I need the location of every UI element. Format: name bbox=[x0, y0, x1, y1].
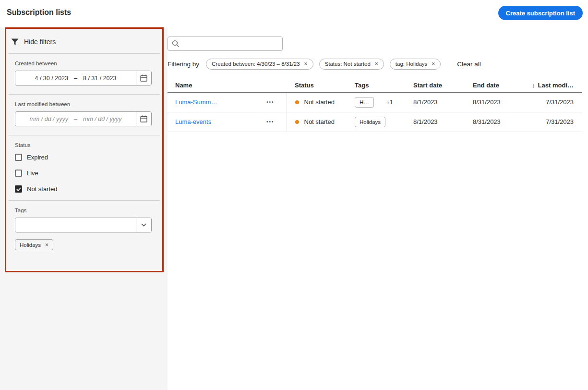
filter-pill-tag[interactable]: tag: Holidays × bbox=[390, 59, 441, 70]
tags-combobox bbox=[15, 218, 152, 232]
created-between-section: Created between 4 / 30 / 2023 – 8 / 31 /… bbox=[6, 54, 162, 94]
created-between-values[interactable]: 4 / 30 / 2023 – 8 / 31 / 2023 bbox=[15, 71, 136, 85]
calendar-icon bbox=[140, 115, 147, 122]
end-date-cell: 8/31/2023 bbox=[467, 92, 527, 112]
column-header-last-modified-label: Last modi… bbox=[538, 82, 574, 89]
last-modified-between-label: Last modified between bbox=[15, 101, 154, 107]
date-range-separator: – bbox=[74, 116, 77, 122]
table-header-row: Name Status Tags Start date End date ↓ L… bbox=[168, 79, 582, 92]
status-label: Not started bbox=[304, 98, 335, 106]
table-row: Luma-Summ… ••• Not started H… bbox=[168, 92, 582, 112]
status-filter-label: Status bbox=[15, 142, 154, 148]
row-name-link[interactable]: Luma-Summ… bbox=[175, 98, 217, 106]
status-option-live[interactable]: Live bbox=[15, 170, 154, 177]
column-header-name[interactable]: Name bbox=[168, 79, 287, 92]
row-tag-chip-label: Holidays bbox=[360, 119, 381, 125]
status-not-started-dot bbox=[295, 100, 299, 104]
create-subscription-list-button[interactable]: Create subscription list bbox=[498, 6, 583, 20]
more-actions-button[interactable]: ••• bbox=[266, 119, 275, 124]
search-box bbox=[168, 37, 283, 51]
date-range-separator: – bbox=[74, 75, 77, 82]
tags-filter-label: Tags bbox=[15, 207, 154, 213]
sort-descending-icon: ↓ bbox=[532, 82, 535, 89]
checkbox-label: Expired bbox=[27, 154, 48, 161]
filtering-by-label: Filtering by bbox=[168, 61, 199, 68]
start-date-cell: 8/1/2023 bbox=[408, 92, 467, 112]
search-icon bbox=[172, 40, 180, 48]
last-modified-between-section: Last modified between mm / dd / yyyy – m… bbox=[6, 95, 162, 135]
row-name-link[interactable]: Luma-events bbox=[175, 118, 211, 125]
row-tag-chip[interactable]: H… bbox=[355, 97, 374, 108]
filter-pill-label: tag: Holidays bbox=[396, 61, 427, 67]
checkbox-checked-icon[interactable] bbox=[15, 185, 22, 193]
close-icon[interactable]: × bbox=[432, 61, 435, 67]
created-between-label: Created between bbox=[15, 61, 154, 66]
checkbox-unchecked-icon[interactable] bbox=[15, 154, 22, 161]
checkbox-label: Live bbox=[27, 170, 38, 177]
main-content: Filtering by Created between: 4/30/23 – … bbox=[168, 27, 588, 390]
column-header-start-date[interactable]: Start date bbox=[408, 79, 467, 92]
checkbox-label: Not started bbox=[27, 185, 58, 193]
row-tag-chip[interactable]: Holidays bbox=[355, 117, 385, 127]
hide-filters-label: Hide filters bbox=[24, 38, 56, 46]
page-title: Subscription lists bbox=[7, 8, 71, 17]
last-modified-cell: 7/31/2023 bbox=[527, 112, 582, 132]
tags-input[interactable] bbox=[15, 218, 136, 232]
filters-highlight-box: Hide filters Created between 4 / 30 / 20… bbox=[5, 27, 164, 272]
close-icon[interactable]: × bbox=[45, 242, 48, 248]
more-actions-button[interactable]: ••• bbox=[266, 99, 275, 105]
page-header: Subscription lists Create subscription l… bbox=[0, 0, 588, 27]
tags-overflow-badge[interactable]: +1 bbox=[386, 99, 393, 106]
tags-filter-section: Tags Holidays × bbox=[6, 201, 162, 259]
last-modified-cell: 7/31/2023 bbox=[527, 92, 582, 112]
filter-pill-created-between[interactable]: Created between: 4/30/23 – 8/31/23 × bbox=[206, 59, 313, 70]
last-modified-end-placeholder[interactable]: mm / dd / yyyy bbox=[83, 116, 122, 122]
status-label: Not started bbox=[304, 118, 335, 125]
subscription-lists-page: Subscription lists Create subscription l… bbox=[0, 0, 588, 390]
checkbox-unchecked-icon[interactable] bbox=[15, 170, 22, 177]
filter-pill-label: Created between: 4/30/23 – 8/31/23 bbox=[212, 61, 300, 67]
created-end-value[interactable]: 8 / 31 / 2023 bbox=[83, 75, 117, 82]
close-icon[interactable]: × bbox=[375, 61, 378, 67]
column-header-last-modified[interactable]: ↓ Last modi… bbox=[527, 79, 582, 92]
last-modified-values[interactable]: mm / dd / yyyy – mm / dd / yyyy bbox=[15, 112, 136, 126]
chevron-down-icon bbox=[141, 223, 146, 227]
status-filter-section: Status Expired Live Not started bbox=[6, 135, 162, 200]
filters-sidebar: Hide filters Created between 4 / 30 / 20… bbox=[0, 27, 168, 390]
subscription-lists-table: Name Status Tags Start date End date ↓ L… bbox=[168, 79, 582, 132]
created-start-value[interactable]: 4 / 30 / 2023 bbox=[35, 75, 69, 82]
start-date-cell: 8/1/2023 bbox=[408, 112, 467, 132]
filter-funnel-icon bbox=[11, 38, 19, 46]
close-icon[interactable]: × bbox=[304, 61, 308, 67]
tag-chip-holidays[interactable]: Holidays × bbox=[15, 239, 53, 250]
created-between-date-range: 4 / 30 / 2023 – 8 / 31 / 2023 bbox=[15, 71, 152, 85]
tag-chip-label: Holidays bbox=[20, 242, 41, 248]
clear-all-button[interactable]: Clear all bbox=[457, 61, 481, 68]
column-header-end-date[interactable]: End date bbox=[467, 79, 527, 92]
row-tag-chip-label: H… bbox=[360, 99, 369, 105]
tags-dropdown-button[interactable] bbox=[136, 218, 151, 232]
status-not-started-dot bbox=[295, 120, 299, 124]
hide-filters-button[interactable]: Hide filters bbox=[6, 29, 162, 53]
created-between-calendar-button[interactable] bbox=[136, 71, 151, 85]
calendar-icon bbox=[140, 74, 147, 82]
filter-pill-status[interactable]: Status: Not started × bbox=[319, 59, 384, 70]
search-input[interactable] bbox=[168, 37, 283, 51]
last-modified-calendar-button[interactable] bbox=[136, 112, 151, 126]
status-option-not-started[interactable]: Not started bbox=[15, 185, 154, 193]
column-header-tags[interactable]: Tags bbox=[352, 79, 408, 92]
last-modified-start-placeholder[interactable]: mm / dd / yyyy bbox=[29, 116, 68, 122]
column-header-status[interactable]: Status bbox=[287, 79, 352, 92]
table-row: Luma-events ••• Not started Ho bbox=[168, 112, 582, 132]
filter-pill-label: Status: Not started bbox=[325, 61, 371, 67]
last-modified-date-range: mm / dd / yyyy – mm / dd / yyyy bbox=[15, 111, 152, 126]
end-date-cell: 8/31/2023 bbox=[467, 112, 527, 132]
status-option-expired[interactable]: Expired bbox=[15, 154, 154, 161]
active-filters-row: Filtering by Created between: 4/30/23 – … bbox=[168, 58, 588, 70]
